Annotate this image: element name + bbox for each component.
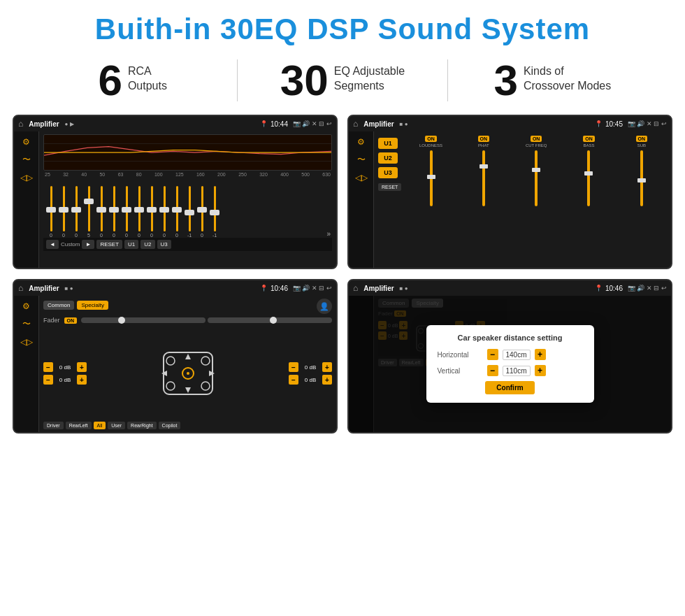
- vol-row-2: − 0 dB +: [43, 375, 87, 385]
- vol-plus-2[interactable]: +: [77, 375, 87, 385]
- fader-tab-specialty[interactable]: Specialty: [77, 301, 108, 310]
- vol-val-4: 0 dB: [301, 377, 320, 383]
- cross-filter-icon[interactable]: ⚙: [357, 137, 365, 147]
- eq-prev-btn[interactable]: ◄: [46, 240, 59, 249]
- cross-ch-cutfreq: ON CUT FREQ: [511, 136, 561, 264]
- cross-loudness-on[interactable]: ON: [425, 136, 437, 142]
- dialog-horizontal-minus[interactable]: −: [487, 349, 498, 360]
- cross-main: U1 U2 U3 RESET ON LOUDNESS: [374, 131, 671, 268]
- eq-content: ⚙ 〜 ◁▷: [14, 131, 336, 268]
- cross-ch-bass: ON BASS: [563, 136, 614, 264]
- cross-u3-btn[interactable]: U3: [378, 167, 398, 178]
- fader-driver-btn[interactable]: Driver: [43, 422, 64, 429]
- eq-next-btn[interactable]: ►: [82, 240, 94, 249]
- status-bar-2: ⌂ Amplifier ■ ● 📍 10:45 📷 🔊 ✕ ⊟ ↩: [349, 116, 671, 131]
- dialog-title: Car speaker distance setting: [438, 334, 583, 342]
- eq-fader-track-1[interactable]: [50, 186, 52, 231]
- stat-divider-2: [447, 59, 448, 101]
- home-icon-1[interactable]: ⌂: [18, 119, 23, 129]
- vol-plus-3[interactable]: +: [322, 362, 332, 372]
- vol-minus-2[interactable]: −: [43, 375, 53, 385]
- cross-u2-btn[interactable]: U2: [378, 152, 398, 164]
- stat-rca-number: 6: [98, 59, 122, 102]
- eq-wave-icon[interactable]: 〜: [22, 154, 31, 166]
- fader-on-btn[interactable]: ON: [64, 317, 78, 324]
- status-bar-1: ⌂ Amplifier ● ▶ 📍 10:44 📷 🔊 ✕ ⊟ ↩: [14, 116, 336, 131]
- dialog-horizontal-label: Horizontal: [438, 351, 483, 359]
- vol-minus-3[interactable]: −: [289, 362, 298, 372]
- fader-filter-icon[interactable]: ⚙: [22, 301, 30, 311]
- cross-wave-icon[interactable]: 〜: [357, 154, 366, 166]
- fader-rearleft-btn[interactable]: RearLeft: [66, 422, 92, 429]
- home-icon-2[interactable]: ⌂: [353, 119, 358, 129]
- eq-reset-btn[interactable]: RESET: [96, 240, 122, 249]
- dialog-vertical-minus[interactable]: −: [487, 365, 498, 376]
- stat-divider-1: [237, 59, 238, 101]
- screens-grid: ⌂ Amplifier ● ▶ 📍 10:44 📷 🔊 ✕ ⊟ ↩ ⚙ 〜 ◁▷: [0, 112, 685, 440]
- cross-ch-sub: ON SUB: [616, 136, 667, 264]
- cross-phat-on[interactable]: ON: [478, 136, 490, 142]
- fader-tab-common[interactable]: Common: [43, 301, 74, 310]
- eq-u2-btn[interactable]: U2: [140, 240, 154, 249]
- status-dots-1: ● ▶: [65, 121, 74, 127]
- status-dots-2: ■ ●: [400, 121, 408, 127]
- vol-row-1: − 0 dB +: [43, 362, 87, 372]
- status-icons-3b: 📷 🔊 ✕ ⊟ ↩: [293, 285, 332, 292]
- vol-minus-1[interactable]: −: [43, 362, 53, 372]
- fader-sidebar: ⚙ 〜 ◁▷: [14, 296, 39, 432]
- eq-filter-icon[interactable]: ⚙: [22, 137, 30, 147]
- eq-preset-label: Custom: [61, 241, 80, 248]
- fader-user-btn[interactable]: User: [108, 422, 125, 429]
- eq-u1-btn[interactable]: U1: [124, 240, 138, 249]
- vol-row-3: − 0 dB +: [289, 362, 332, 372]
- vol-plus-4[interactable]: +: [322, 375, 332, 385]
- dialog-vertical-label: Vertical: [438, 367, 483, 375]
- cross-u1-btn[interactable]: U1: [378, 138, 398, 149]
- cross-presets-col: U1 U2 U3 RESET: [377, 134, 404, 265]
- time-3: 10:46: [271, 285, 288, 292]
- dialog-vertical-plus[interactable]: +: [535, 365, 546, 376]
- dialog-horizontal-plus[interactable]: +: [535, 349, 546, 360]
- cross-volume-icon[interactable]: ◁▷: [355, 173, 368, 182]
- fader-volume-icon[interactable]: ◁▷: [20, 337, 33, 347]
- vol-val-3: 0 dB: [301, 364, 320, 371]
- fader-h-slider-1[interactable]: [81, 317, 206, 323]
- stat-eq-label: EQ AdjustableSegments: [334, 59, 405, 94]
- fader-h-thumb-1[interactable]: [118, 317, 125, 324]
- fader-content: ⚙ 〜 ◁▷ Common Specialty 👤 Fader: [14, 296, 336, 432]
- stat-eq: 30 EQ AdjustableSegments: [252, 59, 433, 102]
- cross-reset-btn[interactable]: RESET: [378, 183, 401, 191]
- app-name-2: Amplifier: [363, 120, 394, 128]
- vol-minus-4[interactable]: −: [289, 375, 298, 385]
- fader-copilot-btn[interactable]: Copilot: [159, 422, 181, 429]
- cross-sidebar: ⚙ 〜 ◁▷: [349, 131, 374, 268]
- cross-cutfreq-on[interactable]: ON: [531, 136, 542, 142]
- cross-content: ⚙ 〜 ◁▷ U1 U2 U3 RESET: [349, 131, 671, 268]
- stat-rca-label: RCAOutputs: [128, 59, 167, 94]
- stat-crossover-label: Kinds ofCrossover Modes: [524, 59, 611, 94]
- cross-ch-loudness: ON LOUDNESS: [405, 136, 456, 264]
- confirm-button[interactable]: Confirm: [485, 381, 534, 394]
- home-icon-3[interactable]: ⌂: [18, 283, 23, 293]
- stat-crossover-number: 3: [493, 59, 517, 102]
- cross-bass-on[interactable]: ON: [583, 136, 595, 142]
- fader-rearright-btn[interactable]: RearRight: [127, 422, 157, 429]
- eq-fader-thumb-1[interactable]: [46, 207, 56, 213]
- cross-sub-on[interactable]: ON: [636, 136, 648, 142]
- fader-all-btn[interactable]: All: [94, 422, 106, 429]
- fader-h-slider-2[interactable]: [208, 317, 332, 323]
- eq-volume-icon[interactable]: ◁▷: [20, 173, 33, 182]
- eq-fader-thumb-2[interactable]: [59, 207, 68, 213]
- eq-expand-icon[interactable]: »: [326, 230, 331, 238]
- fader-wave-icon[interactable]: 〜: [22, 318, 31, 330]
- dialog-overlay: Car speaker distance setting Horizontal …: [349, 296, 671, 432]
- eq-u3-btn[interactable]: U3: [157, 240, 171, 249]
- car-svg: [153, 345, 223, 401]
- vol-plus-1[interactable]: +: [77, 362, 87, 372]
- fader-user-icon[interactable]: 👤: [317, 299, 332, 314]
- car-diagram: [91, 327, 284, 420]
- fader-h-thumb-2[interactable]: [270, 317, 277, 324]
- time-2: 10:45: [605, 120, 623, 128]
- home-icon-4[interactable]: ⌂: [353, 283, 358, 293]
- eq-fader-1: 0: [45, 186, 57, 238]
